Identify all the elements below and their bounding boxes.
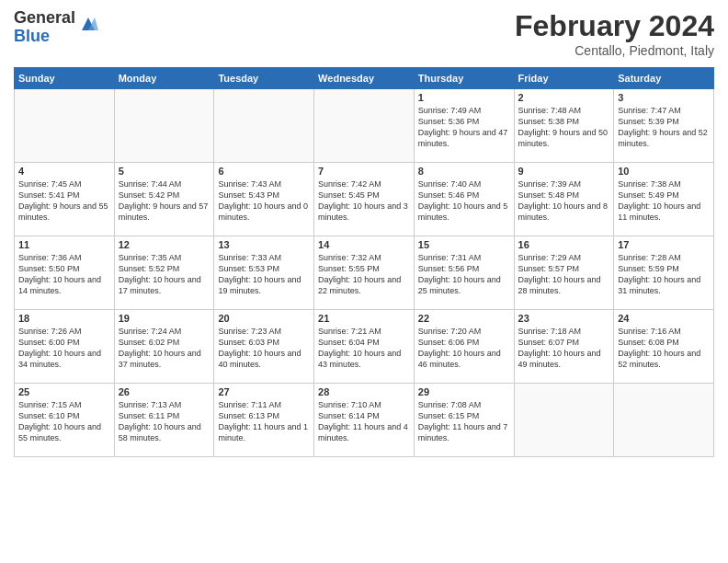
day-number: 25 — [18, 386, 110, 397]
day-number: 12 — [119, 239, 210, 250]
day-info: Sunrise: 7:13 AMSunset: 6:11 PMDaylight:… — [119, 399, 210, 444]
day-info: Sunrise: 7:18 AMSunset: 6:07 PMDaylight:… — [518, 326, 610, 371]
col-monday: Monday — [114, 68, 214, 89]
logo-blue: Blue — [14, 27, 50, 45]
day-info: Sunrise: 7:33 AMSunset: 5:53 PMDaylight:… — [218, 252, 310, 297]
day-number: 16 — [518, 239, 610, 250]
day-number: 4 — [18, 166, 110, 177]
calendar-week-0: 1Sunrise: 7:49 AMSunset: 5:36 PMDaylight… — [15, 89, 714, 163]
calendar-cell: 10Sunrise: 7:38 AMSunset: 5:49 PMDayligh… — [614, 163, 714, 236]
main-title: February 2024 — [515, 9, 714, 43]
calendar-cell: 4Sunrise: 7:45 AMSunset: 5:41 PMDaylight… — [15, 163, 115, 236]
col-sunday: Sunday — [15, 68, 115, 89]
day-info: Sunrise: 7:44 AMSunset: 5:42 PMDaylight:… — [119, 178, 210, 224]
day-number: 9 — [518, 166, 610, 177]
logo-text: General Blue — [14, 9, 75, 46]
day-number: 14 — [318, 239, 410, 250]
day-number: 18 — [18, 313, 110, 324]
calendar-cell — [114, 89, 214, 163]
day-number: 24 — [618, 313, 710, 324]
day-info: Sunrise: 7:15 AMSunset: 6:10 PMDaylight:… — [18, 399, 110, 444]
calendar-cell — [15, 89, 115, 163]
calendar-cell: 15Sunrise: 7:31 AMSunset: 5:56 PMDayligh… — [414, 236, 514, 310]
col-wednesday: Wednesday — [314, 68, 415, 89]
day-info: Sunrise: 7:16 AMSunset: 6:08 PMDaylight:… — [618, 326, 710, 371]
day-info: Sunrise: 7:23 AMSunset: 6:03 PMDaylight:… — [218, 326, 310, 371]
day-number: 13 — [218, 239, 310, 250]
calendar-cell — [314, 89, 415, 163]
day-info: Sunrise: 7:35 AMSunset: 5:52 PMDaylight:… — [119, 252, 210, 297]
day-info: Sunrise: 7:10 AMSunset: 6:14 PMDaylight:… — [318, 399, 410, 444]
day-info: Sunrise: 7:24 AMSunset: 6:02 PMDaylight:… — [119, 326, 210, 371]
calendar-cell: 20Sunrise: 7:23 AMSunset: 6:03 PMDayligh… — [214, 310, 314, 384]
logo: General Blue — [14, 9, 98, 46]
day-info: Sunrise: 7:32 AMSunset: 5:55 PMDaylight:… — [318, 252, 410, 297]
day-info: Sunrise: 7:11 AMSunset: 6:13 PMDaylight:… — [218, 399, 310, 444]
day-info: Sunrise: 7:48 AMSunset: 5:38 PMDaylight:… — [518, 105, 610, 150]
day-number: 3 — [618, 92, 710, 103]
calendar-cell: 12Sunrise: 7:35 AMSunset: 5:52 PMDayligh… — [114, 236, 214, 310]
day-info: Sunrise: 7:36 AMSunset: 5:50 PMDaylight:… — [18, 252, 110, 297]
day-number: 22 — [418, 313, 510, 324]
day-info: Sunrise: 7:20 AMSunset: 6:06 PMDaylight:… — [418, 326, 510, 371]
header: General Blue February 2024 Centallo, Pie… — [14, 9, 714, 58]
calendar-cell: 28Sunrise: 7:10 AMSunset: 6:14 PMDayligh… — [314, 384, 415, 457]
col-friday: Friday — [514, 68, 614, 89]
calendar-cell: 22Sunrise: 7:20 AMSunset: 6:06 PMDayligh… — [414, 310, 514, 384]
day-number: 1 — [418, 92, 510, 103]
calendar-cell: 11Sunrise: 7:36 AMSunset: 5:50 PMDayligh… — [15, 236, 115, 310]
calendar-week-4: 25Sunrise: 7:15 AMSunset: 6:10 PMDayligh… — [15, 384, 714, 457]
calendar-cell: 29Sunrise: 7:08 AMSunset: 6:15 PMDayligh… — [414, 384, 514, 457]
day-number: 21 — [318, 313, 410, 324]
calendar-cell: 16Sunrise: 7:29 AMSunset: 5:57 PMDayligh… — [514, 236, 614, 310]
calendar-cell: 24Sunrise: 7:16 AMSunset: 6:08 PMDayligh… — [614, 310, 714, 384]
day-number: 20 — [218, 313, 310, 324]
day-info: Sunrise: 7:39 AMSunset: 5:48 PMDaylight:… — [518, 178, 610, 224]
day-info: Sunrise: 7:43 AMSunset: 5:43 PMDaylight:… — [218, 178, 310, 224]
day-info: Sunrise: 7:21 AMSunset: 6:04 PMDaylight:… — [318, 326, 410, 371]
day-number: 2 — [518, 92, 610, 103]
calendar-cell: 9Sunrise: 7:39 AMSunset: 5:48 PMDaylight… — [514, 163, 614, 236]
day-number: 5 — [119, 166, 210, 177]
col-tuesday: Tuesday — [214, 68, 314, 89]
day-number: 27 — [218, 386, 310, 397]
day-number: 23 — [518, 313, 610, 324]
calendar-cell — [214, 89, 314, 163]
col-thursday: Thursday — [414, 68, 514, 89]
calendar-cell: 2Sunrise: 7:48 AMSunset: 5:38 PMDaylight… — [514, 89, 614, 163]
calendar-cell: 14Sunrise: 7:32 AMSunset: 5:55 PMDayligh… — [314, 236, 415, 310]
calendar-cell: 1Sunrise: 7:49 AMSunset: 5:36 PMDaylight… — [414, 89, 514, 163]
calendar-cell: 21Sunrise: 7:21 AMSunset: 6:04 PMDayligh… — [314, 310, 415, 384]
logo-general: General — [14, 8, 75, 27]
day-number: 8 — [418, 166, 510, 177]
day-number: 11 — [18, 239, 110, 250]
calendar-cell: 8Sunrise: 7:40 AMSunset: 5:46 PMDaylight… — [414, 163, 514, 236]
calendar-table: Sunday Monday Tuesday Wednesday Thursday… — [14, 67, 714, 457]
day-info: Sunrise: 7:28 AMSunset: 5:59 PMDaylight:… — [618, 252, 710, 297]
day-info: Sunrise: 7:49 AMSunset: 5:36 PMDaylight:… — [418, 105, 510, 150]
day-number: 6 — [218, 166, 310, 177]
day-info: Sunrise: 7:08 AMSunset: 6:15 PMDaylight:… — [418, 399, 510, 444]
day-number: 10 — [618, 166, 710, 177]
day-number: 29 — [418, 386, 510, 397]
calendar-cell: 23Sunrise: 7:18 AMSunset: 6:07 PMDayligh… — [514, 310, 614, 384]
day-number: 15 — [418, 239, 510, 250]
calendar-cell: 5Sunrise: 7:44 AMSunset: 5:42 PMDaylight… — [114, 163, 214, 236]
calendar-cell: 27Sunrise: 7:11 AMSunset: 6:13 PMDayligh… — [214, 384, 314, 457]
calendar-cell — [614, 384, 714, 457]
calendar-cell: 7Sunrise: 7:42 AMSunset: 5:45 PMDaylight… — [314, 163, 415, 236]
day-info: Sunrise: 7:29 AMSunset: 5:57 PMDaylight:… — [518, 252, 610, 297]
calendar-week-3: 18Sunrise: 7:26 AMSunset: 6:00 PMDayligh… — [15, 310, 714, 384]
day-number: 19 — [119, 313, 210, 324]
subtitle: Centallo, Piedmont, Italy — [515, 43, 714, 58]
day-info: Sunrise: 7:38 AMSunset: 5:49 PMDaylight:… — [618, 178, 710, 224]
calendar-cell: 3Sunrise: 7:47 AMSunset: 5:39 PMDaylight… — [614, 89, 714, 163]
calendar-week-1: 4Sunrise: 7:45 AMSunset: 5:41 PMDaylight… — [15, 163, 714, 236]
day-number: 26 — [119, 386, 210, 397]
calendar-week-2: 11Sunrise: 7:36 AMSunset: 5:50 PMDayligh… — [15, 236, 714, 310]
day-info: Sunrise: 7:40 AMSunset: 5:46 PMDaylight:… — [418, 178, 510, 224]
calendar-cell: 13Sunrise: 7:33 AMSunset: 5:53 PMDayligh… — [214, 236, 314, 310]
calendar-cell — [514, 384, 614, 457]
day-info: Sunrise: 7:47 AMSunset: 5:39 PMDaylight:… — [618, 105, 710, 150]
day-info: Sunrise: 7:31 AMSunset: 5:56 PMDaylight:… — [418, 252, 510, 297]
